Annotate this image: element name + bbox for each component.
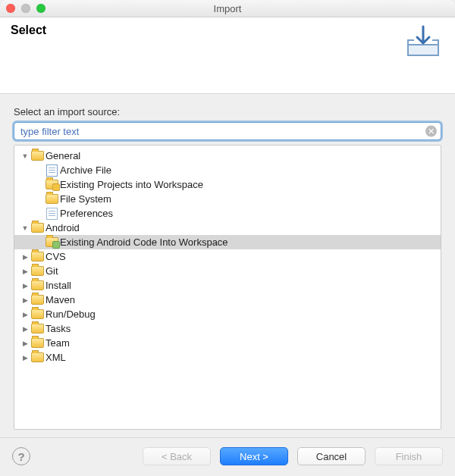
finish-button: Finish bbox=[375, 447, 443, 465]
tree-label: Maven bbox=[46, 294, 75, 305]
tree-category-android[interactable]: ▼ Android bbox=[14, 221, 441, 235]
tree-category-install[interactable]: ▶ Install bbox=[14, 278, 441, 293]
projects-icon bbox=[45, 180, 58, 189]
disclosure-right-icon[interactable]: ▶ bbox=[20, 253, 30, 261]
disclosure-right-icon[interactable]: ▶ bbox=[20, 340, 30, 347]
wizard-body: Select an import source: ✕ ▼ General Arc… bbox=[0, 94, 455, 437]
tree-label: Archive File bbox=[60, 164, 111, 176]
disclosure-right-icon[interactable]: ▶ bbox=[20, 282, 30, 290]
help-icon[interactable]: ? bbox=[12, 447, 30, 465]
folder-icon bbox=[30, 280, 44, 290]
disclosure-down-icon[interactable]: ▼ bbox=[20, 152, 30, 160]
filter-input[interactable] bbox=[14, 122, 441, 140]
disclosure-down-icon[interactable]: ▼ bbox=[20, 224, 30, 232]
folder-icon bbox=[30, 252, 44, 261]
window-close-button[interactable] bbox=[6, 4, 15, 13]
tree-label: Team bbox=[46, 337, 70, 349]
tree-category-cvs[interactable]: ▶ CVS bbox=[14, 249, 441, 264]
tree-label: Preferences bbox=[60, 208, 113, 219]
tree-item-archive-file[interactable]: Archive File bbox=[14, 163, 441, 177]
import-source-label: Select an import source: bbox=[14, 106, 441, 117]
android-project-icon bbox=[45, 237, 58, 247]
next-button[interactable]: Next > bbox=[220, 447, 288, 465]
tree-label: File System bbox=[60, 193, 111, 205]
tree-label: Install bbox=[46, 280, 71, 291]
folder-icon bbox=[30, 295, 44, 305]
folder-icon bbox=[30, 352, 44, 362]
folder-icon bbox=[30, 151, 44, 161]
tree-category-tasks[interactable]: ▶ Tasks bbox=[14, 321, 441, 336]
disclosure-right-icon[interactable]: ▶ bbox=[20, 296, 30, 304]
tree-label: Existing Projects into Workspace bbox=[60, 179, 203, 190]
folder-icon bbox=[30, 324, 44, 334]
titlebar: Import bbox=[0, 0, 455, 17]
tree-category-rundebug[interactable]: ▶ Run/Debug bbox=[14, 307, 441, 321]
tree-label: XML bbox=[46, 352, 66, 363]
tree-category-xml[interactable]: ▶ XML bbox=[14, 350, 441, 365]
tree-category-maven[interactable]: ▶ Maven bbox=[14, 293, 441, 307]
tree-category-team[interactable]: ▶ Team bbox=[14, 336, 441, 350]
tree-label: Existing Android Code Into Workspace bbox=[60, 236, 228, 248]
folder-icon bbox=[30, 309, 44, 319]
cancel-button[interactable]: Cancel bbox=[297, 447, 366, 465]
folder-icon bbox=[30, 266, 44, 276]
preferences-icon bbox=[45, 208, 58, 220]
tree-item-existing-projects[interactable]: Existing Projects into Workspace bbox=[14, 177, 441, 192]
disclosure-right-icon[interactable]: ▶ bbox=[20, 325, 30, 333]
folder-icon bbox=[30, 223, 44, 233]
disclosure-right-icon[interactable]: ▶ bbox=[20, 268, 30, 275]
wizard-banner: Select bbox=[0, 17, 455, 94]
tree-label: CVS bbox=[46, 251, 66, 262]
folder-icon bbox=[45, 194, 58, 204]
wizard-button-bar: ? < Back Next > Cancel Finish bbox=[0, 437, 455, 476]
banner-title: Select bbox=[11, 23, 46, 37]
window-zoom-button[interactable] bbox=[36, 4, 46, 13]
tree-label: Git bbox=[46, 265, 58, 277]
tree-category-git[interactable]: ▶ Git bbox=[14, 264, 441, 278]
window-title: Import bbox=[0, 3, 455, 14]
import-icon bbox=[402, 23, 444, 60]
filter-field-wrap: ✕ bbox=[14, 122, 441, 140]
disclosure-right-icon[interactable]: ▶ bbox=[20, 311, 30, 318]
clear-filter-icon[interactable]: ✕ bbox=[425, 126, 437, 137]
archive-file-icon bbox=[45, 164, 58, 177]
back-button: < Back bbox=[143, 447, 211, 465]
disclosure-right-icon[interactable]: ▶ bbox=[20, 354, 30, 362]
tree-item-existing-android-code[interactable]: Existing Android Code Into Workspace bbox=[14, 235, 441, 249]
tree-item-file-system[interactable]: File System bbox=[14, 192, 441, 206]
tree-label: Tasks bbox=[46, 323, 71, 334]
tree-label: General bbox=[46, 150, 80, 161]
tree-label: Android bbox=[46, 222, 80, 233]
import-source-tree[interactable]: ▼ General Archive File Existing Projects… bbox=[14, 145, 441, 430]
tree-category-general[interactable]: ▼ General bbox=[14, 149, 441, 163]
folder-icon bbox=[30, 338, 44, 348]
tree-label: Run/Debug bbox=[46, 308, 96, 320]
tree-item-preferences[interactable]: Preferences bbox=[14, 206, 441, 221]
import-wizard-window: Import Select Select an import source: ✕… bbox=[0, 0, 455, 476]
window-minimize-button[interactable] bbox=[21, 4, 30, 13]
